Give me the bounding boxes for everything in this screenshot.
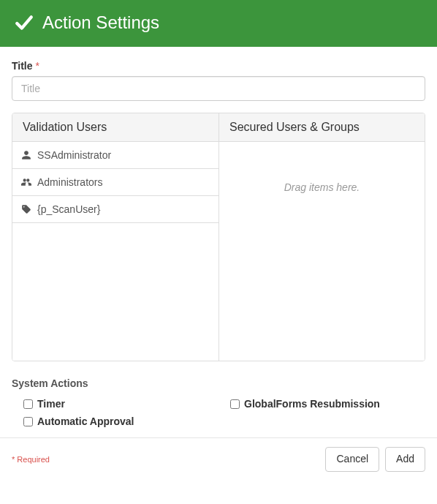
system-action-checkbox[interactable] (23, 399, 33, 409)
list-item-label: {p_ScanUser} (37, 203, 100, 215)
system-actions-title: System Actions (12, 377, 425, 389)
list-item[interactable]: SSAdministrator (12, 142, 218, 169)
title-input[interactable] (12, 76, 425, 101)
list-item[interactable]: Administrators (12, 169, 218, 196)
user-icon (21, 150, 31, 160)
system-action-checkbox[interactable] (23, 417, 33, 426)
secured-users-header: Secured Users & Groups (219, 113, 425, 142)
required-star: * (35, 60, 39, 72)
modal-body: Title * Validation Users SSAdministrator… (0, 47, 437, 437)
modal-footer: * Required Cancel Add (0, 437, 437, 482)
list-item-label: Administrators (37, 176, 102, 188)
modal-title: Action Settings (42, 14, 159, 31)
system-action-label[interactable]: Automatic Approval (37, 415, 134, 427)
drop-placeholder: Drag items here. (219, 181, 425, 193)
tag-icon (21, 204, 31, 214)
validation-users-header: Validation Users (12, 113, 218, 142)
system-action-item: Automatic Approval (12, 413, 218, 430)
validation-users-column: Validation Users SSAdministratorAdminist… (12, 113, 218, 361)
system-action-label[interactable]: Timer (37, 398, 65, 410)
system-action-item: Timer (12, 395, 218, 413)
required-note: * Required (12, 455, 50, 464)
system-actions-grid: TimerGlobalForms ResubmissionAutomatic A… (12, 395, 425, 430)
system-action-item: GlobalForms Resubmission (218, 395, 425, 413)
action-settings-modal: Action Settings Title * Validation Users… (0, 0, 437, 482)
users-icon (21, 177, 31, 187)
list-item-label: SSAdministrator (37, 149, 111, 161)
secured-users-list[interactable]: Drag items here. (219, 142, 425, 361)
system-action-checkbox[interactable] (230, 399, 240, 409)
secured-users-column: Secured Users & Groups Drag items here. (218, 113, 425, 361)
user-lists: Validation Users SSAdministratorAdminist… (12, 113, 425, 361)
check-icon (15, 13, 34, 32)
validation-users-list[interactable]: SSAdministratorAdministrators{p_ScanUser… (12, 142, 218, 361)
title-label: Title * (12, 60, 425, 72)
system-actions-section: System Actions TimerGlobalForms Resubmis… (12, 377, 425, 430)
list-item[interactable]: {p_ScanUser} (12, 196, 218, 223)
modal-header: Action Settings (0, 0, 437, 47)
cancel-button[interactable]: Cancel (325, 447, 379, 472)
system-action-label[interactable]: GlobalForms Resubmission (244, 398, 380, 410)
add-button[interactable]: Add (385, 447, 425, 472)
